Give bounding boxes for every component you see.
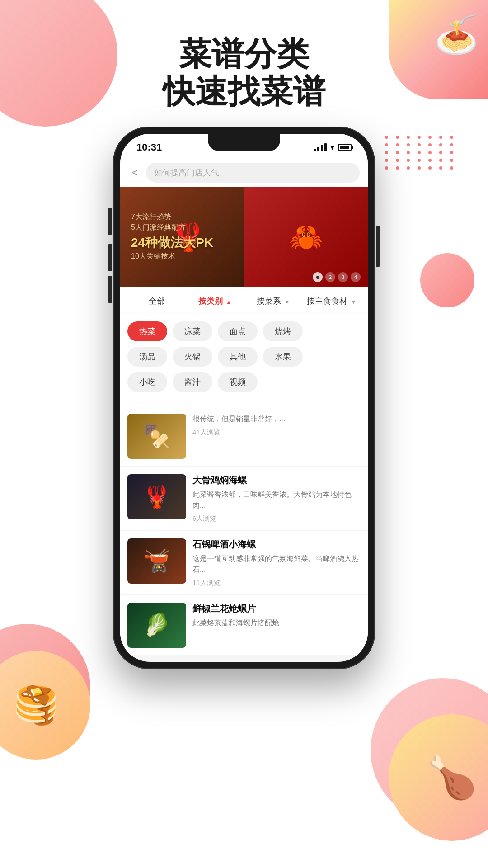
recipe-views-1: 11人浏览 — [192, 579, 361, 587]
bg-circle-right — [420, 253, 474, 307]
status-icons: ▾ — [314, 142, 352, 152]
status-time: 10:31 — [136, 142, 162, 153]
chip-row-3: 小吃 酱汁 视频 — [127, 372, 361, 392]
dots-pattern — [385, 136, 456, 170]
chip-row-2: 汤品 火锅 其他 水果 — [127, 347, 361, 367]
recipe-desc-partial: 很传统，但是销量非常好，... — [192, 414, 361, 425]
recipe-info-1: 石锅啤酒小海螺 这是一道互动感非常强的气氛海鲜菜。当啤酒浇入热石... 11人浏… — [192, 538, 361, 587]
chip-hotpot[interactable]: 火锅 — [173, 347, 212, 367]
chip-snack[interactable]: 小吃 — [127, 372, 167, 392]
recipe-image-1: 🫕 — [127, 538, 186, 584]
chip-cold[interactable]: 凉菜 — [173, 321, 212, 341]
chip-sauce[interactable]: 酱汁 — [173, 372, 212, 392]
recipe-info-0: 大骨鸡焖海螺 此菜酱香浓郁，口味鲜美香浓。大骨鸡为本地特色肉... 6人浏览 — [192, 474, 361, 523]
banner-indicator-4[interactable]: 4 — [351, 272, 361, 282]
phone-screen: 10:31 ▾ < 如何提高门店人气 — [120, 134, 368, 662]
chip-hot[interactable]: 热菜 — [127, 321, 167, 341]
phone-notch — [208, 134, 280, 151]
banner-indicator-3[interactable]: 3 — [338, 272, 348, 282]
chip-other[interactable]: 其他 — [218, 347, 258, 367]
filter-tab-cuisine-label: 按菜系 — [257, 297, 281, 306]
banner-text: 7大流行趋势 5大门派经典配方 24种做法大PK 10大关键技术 — [120, 187, 368, 287]
recipe-info-2: 鲜椒兰花炝螺片 此菜烙茶蓝和海螺片搭配炝 — [192, 603, 361, 632]
filter-tab-category-label: 按类别 — [198, 297, 223, 306]
filter-tab-all[interactable]: 全部 — [127, 293, 186, 309]
chip-pastry[interactable]: 面点 — [218, 321, 258, 341]
phone-mockup: 10:31 ▾ < 如何提高门店人气 — [113, 127, 375, 669]
chip-video[interactable]: 视频 — [218, 372, 258, 392]
search-input[interactable]: 如何提高门店人气 — [146, 163, 360, 183]
banner-line2: 5大门派经典配方 — [131, 223, 357, 232]
recipe-item-0[interactable]: 🦞 大骨鸡焖海螺 此菜酱香浓郁，口味鲜美香浓。大骨鸡为本地特色肉... 6人浏览 — [120, 467, 368, 530]
filter-tabs: 全部 按类别 ▲ 按菜系 ▼ 按主食食材 ▼ — [120, 287, 368, 314]
recipe-title-1: 石锅啤酒小海螺 — [192, 538, 361, 551]
banner-indicator-1[interactable]: ⏺ — [313, 272, 323, 282]
banner-indicator-2[interactable]: 2 — [325, 272, 335, 282]
recipe-item-1[interactable]: 🫕 石锅啤酒小海螺 这是一道互动感非常强的气氛海鲜菜。当啤酒浇入热石... 11… — [120, 531, 368, 594]
recipe-desc-2: 此菜烙茶蓝和海螺片搭配炝 — [192, 618, 361, 628]
search-bar-container: < 如何提高门店人气 — [120, 158, 368, 187]
header-title-line1: 菜谱分类 — [0, 36, 488, 72]
signal-icon — [314, 143, 327, 151]
recipe-info-partial: 很传统，但是销量非常好，... 41人浏览 — [192, 414, 361, 437]
recipe-views-0: 6人浏览 — [192, 514, 361, 523]
banner: 🦞 🦀 7大流行趋势 5大门派经典配方 24种做法大PK 10大关键技术 ⏺ 2… — [120, 187, 368, 287]
filter-tab-category[interactable]: 按类别 ▲ — [186, 293, 244, 309]
recipe-image-0: 🦞 — [127, 474, 186, 519]
chip-bbq[interactable]: 烧烤 — [263, 321, 303, 341]
chip-fruit[interactable]: 水果 — [263, 347, 303, 367]
recipe-item-2[interactable]: 🥬 鲜椒兰花炝螺片 此菜烙茶蓝和海螺片搭配炝 — [120, 595, 368, 655]
filter-tab-category-arrow: ▲ — [226, 299, 232, 305]
recipe-title-0: 大骨鸡焖海螺 — [192, 474, 361, 486]
recipe-item-partial[interactable]: 🍢 很传统，但是销量非常好，... 41人浏览 — [120, 406, 368, 466]
recipe-list: 🍢 很传统，但是销量非常好，... 41人浏览 🦞 大骨鸡焖海螺 此菜酱香浓郁，… — [120, 406, 368, 655]
battery-icon — [338, 144, 352, 151]
chip-row-1: 热菜 凉菜 面点 烧烤 — [127, 321, 361, 341]
filter-tab-all-label: 全部 — [149, 297, 165, 306]
recipe-title-2: 鲜椒兰花炝螺片 — [192, 603, 361, 615]
category-section: 热菜 凉菜 面点 烧烤 汤品 火锅 其他 水果 小吃 酱汁 视频 — [120, 314, 368, 406]
banner-indicators: ⏺ 2 3 4 — [313, 272, 361, 282]
filter-tab-cuisine[interactable]: 按菜系 ▼ — [244, 293, 302, 309]
filter-tab-ingredient-arrow: ▼ — [351, 299, 357, 305]
filter-tab-ingredient[interactable]: 按主食食材 ▼ — [302, 293, 361, 309]
filter-tab-cuisine-arrow: ▼ — [285, 299, 290, 305]
banner-sub-text: 10大关键技术 — [131, 252, 357, 261]
recipe-desc-1: 这是一道互动感非常强的气氛海鲜菜。当啤酒浇入热石... — [192, 553, 361, 575]
header-section: 菜谱分类 快速找菜谱 — [0, 36, 488, 111]
banner-main-text: 24种做法大PK — [131, 235, 357, 250]
recipe-desc-0: 此菜酱香浓郁，口味鲜美香浓。大骨鸡为本地特色肉... — [192, 489, 361, 511]
filter-tab-ingredient-label: 按主食食材 — [307, 297, 347, 306]
recipe-image-2: 🥬 — [127, 603, 186, 648]
chip-soup[interactable]: 汤品 — [127, 347, 167, 367]
recipe-views-partial: 41人浏览 — [192, 428, 361, 437]
wifi-icon: ▾ — [330, 142, 334, 152]
recipe-image-partial: 🍢 — [127, 414, 186, 459]
phone-frame: 10:31 ▾ < 如何提高门店人气 — [113, 127, 375, 669]
banner-line1: 7大流行趋势 — [131, 212, 357, 222]
header-title-line2: 快速找菜谱 — [0, 72, 488, 111]
back-button[interactable]: < — [128, 165, 141, 180]
